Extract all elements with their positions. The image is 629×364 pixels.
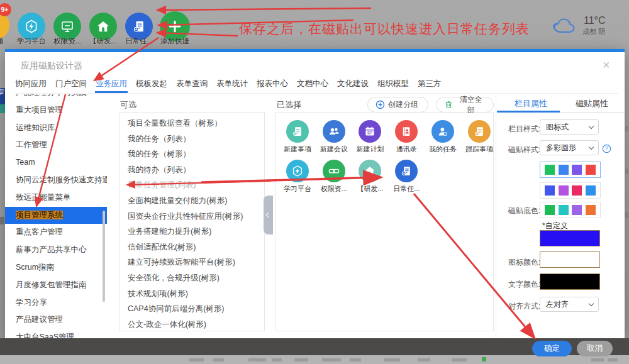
- dialog-tab-组织模型[interactable]: 组织模型: [377, 76, 409, 93]
- available-item[interactable]: 全面构建批量交付能力(树形): [120, 193, 264, 209]
- background-fragment: [625, 212, 628, 218]
- icon-color-swatch[interactable]: [540, 251, 600, 268]
- tile-label: 权限资...: [321, 184, 347, 194]
- taskbar-blur: [294, 358, 308, 361]
- taskbar-blur: [608, 358, 618, 361]
- available-item[interactable]: CAP4协同前后端分离(树形): [120, 301, 264, 317]
- align-select[interactable]: 左对齐: [540, 297, 599, 312]
- available-item[interactable]: 技术规划项(树形): [120, 286, 264, 302]
- sidebar-item[interactable]: 运维知识库: [5, 119, 107, 137]
- taskbar-blur: [452, 358, 467, 361]
- chevron-down-icon: [589, 301, 594, 306]
- available-item[interactable]: 我的任务（列表）: [120, 131, 264, 147]
- selected-tile[interactable]: 权限资...: [316, 156, 352, 196]
- sidebar-item[interactable]: 项目管理系统: [5, 207, 107, 224]
- sidebar-item[interactable]: 重大项目管理: [5, 102, 107, 119]
- selected-tile[interactable]: 跟踪事项: [461, 116, 498, 156]
- tile-label: 【研发...: [357, 184, 383, 194]
- palette-option-2[interactable]: [540, 182, 601, 199]
- dialog-tab-报表中心[interactable]: 报表中心: [256, 76, 289, 93]
- palette-option-1[interactable]: [540, 162, 601, 178]
- palette-option-3[interactable]: [540, 202, 601, 218]
- dialog-tab-协同应用[interactable]: 协同应用: [14, 76, 47, 93]
- sidebar-item[interactable]: Team: [5, 154, 107, 172]
- tile-circle: [323, 160, 345, 182]
- dialog-tab-表单查询[interactable]: 表单查询: [175, 76, 208, 93]
- close-icon[interactable]: ×: [603, 58, 610, 72]
- column-style-select[interactable]: 图标式: [540, 119, 599, 135]
- sidebar-item[interactable]: 薪事力产品共享中心: [5, 241, 107, 259]
- background-fragment: 审: [0, 88, 5, 104]
- sidebar-scrollbar[interactable]: [103, 211, 105, 302]
- tile-label: 新建计划: [356, 145, 384, 154]
- sidebar-item[interactable]: 工作管理: [5, 136, 107, 154]
- tile-label: 日常任...: [393, 184, 420, 194]
- dialog-tab-文档中心[interactable]: 文档中心: [296, 76, 329, 93]
- tab-column-properties[interactable]: 栏目属性: [515, 98, 547, 109]
- sidebar-item[interactable]: 重点客户管理: [5, 224, 107, 241]
- available-item[interactable]: 我的待办（列表）: [120, 162, 264, 178]
- sidebar-item[interactable]: 产品经理分享与实践: [5, 94, 107, 102]
- home-icon: [363, 164, 377, 178]
- taskbar-blur: [418, 358, 430, 361]
- dialog-tab-模板发起[interactable]: 模板发起: [135, 76, 168, 93]
- sidebar-item[interactable]: 月度修复包管理指南: [5, 277, 107, 294]
- available-item[interactable]: 安全强化，合规升级(树形): [120, 270, 264, 286]
- selected-header: 已选择: [277, 99, 301, 111]
- help-icon[interactable]: ?: [602, 144, 611, 156]
- clear-all-button[interactable]: 清空全部: [436, 97, 494, 113]
- selected-tile[interactable]: 【研发...: [352, 156, 389, 196]
- column-style-label: 栏目样式:: [508, 124, 540, 135]
- selected-tile[interactable]: 新建会议: [316, 116, 352, 156]
- create-group-label: 创建分组: [388, 99, 418, 110]
- available-item[interactable]: 公文-政企一体化(树形): [120, 317, 264, 331]
- tile-circle: [323, 120, 345, 143]
- chevron-down-icon: [589, 145, 594, 150]
- selected-tile[interactable]: 新建计划: [352, 116, 389, 156]
- collapse-handle[interactable]: [264, 196, 273, 234]
- dialog-tab-表单统计[interactable]: 表单统计: [216, 76, 248, 93]
- dialog-tab-门户空间[interactable]: 门户空间: [55, 76, 87, 93]
- tab-tile-properties[interactable]: 磁贴属性: [576, 98, 608, 109]
- dialog-tab-第三方[interactable]: 第三方: [417, 76, 442, 93]
- align-value: 左对齐: [546, 300, 569, 309]
- text-color-swatch[interactable]: [540, 273, 600, 290]
- tile-style-select[interactable]: 多彩圆形: [540, 140, 599, 155]
- selected-tile[interactable]: 学习平台: [279, 156, 316, 196]
- tab-underline: [560, 112, 625, 113]
- selected-tile[interactable]: 我的任务: [425, 116, 461, 156]
- sidebar-item[interactable]: 产品建议管理: [5, 311, 107, 329]
- selected-tile[interactable]: 新建事项: [279, 116, 316, 156]
- selected-tile[interactable]: 通讯录: [388, 116, 425, 156]
- cancel-button[interactable]: 取消: [577, 341, 613, 356]
- color-swatch: [586, 165, 596, 175]
- available-item[interactable]: 信创适配优化(树形): [120, 240, 264, 255]
- available-item[interactable]: 国资央企行业共性特征应用(树形): [120, 209, 264, 224]
- selected-tile[interactable]: 日常任...: [388, 156, 425, 196]
- sidebar-item[interactable]: 致远正能量菜单: [5, 189, 107, 207]
- weather-widget: 11°C 成都 阴: [551, 14, 626, 39]
- weather-location: 成都 阴: [582, 27, 605, 36]
- tile-style-value: 多彩圆形: [546, 143, 576, 152]
- tile-circle: [286, 160, 309, 182]
- dialog-tab-业务应用[interactable]: 业务应用: [95, 76, 128, 93]
- sidebar-item[interactable]: 协同云定制服务快速支持通道: [5, 172, 107, 189]
- custom-color-swatch[interactable]: [540, 230, 600, 246]
- available-item[interactable]: 项目全量数据查看（树形）: [120, 116, 264, 131]
- notification-badge: 9+: [0, 3, 11, 16]
- tile-circle: [395, 120, 418, 143]
- ok-button[interactable]: 确定: [532, 341, 572, 356]
- person-icon: [436, 124, 450, 138]
- available-item[interactable]: 建立可持续致远智能平台(树形): [120, 255, 264, 270]
- dialog-tab-bar: 协同应用门户空间业务应用模板发起表单查询表单统计报表中心文档中心文化建设组织模型…: [14, 76, 618, 94]
- sidebar-item[interactable]: Scrum指南: [5, 259, 107, 277]
- tile-circle: [431, 120, 454, 143]
- tile-circle: [359, 120, 381, 143]
- create-group-button[interactable]: 创建分组: [367, 97, 428, 113]
- available-item[interactable]: 日常任务管理(列表): [120, 177, 264, 193]
- dialog-tab-文化建设[interactable]: 文化建设: [337, 76, 369, 93]
- available-item[interactable]: 业务搭建能力提升(树形): [120, 224, 264, 240]
- sidebar-item[interactable]: 学习分享: [5, 294, 107, 312]
- sidebar-item[interactable]: 大中台SaaS管理: [5, 329, 107, 338]
- available-item[interactable]: 我的任务（树形）: [120, 146, 264, 162]
